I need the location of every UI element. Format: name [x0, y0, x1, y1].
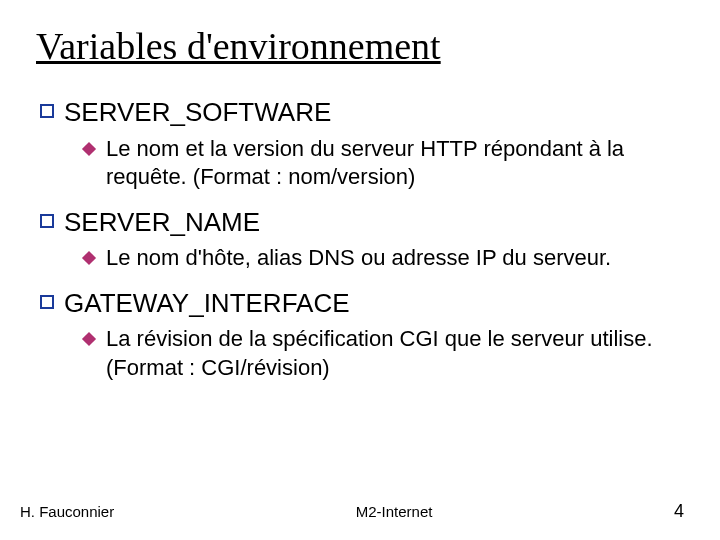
footer-course: M2-Internet	[356, 503, 433, 520]
list-item: Le nom et la version du serveur HTTP rép…	[84, 135, 684, 192]
list-item: SERVER_SOFTWARE	[40, 96, 684, 129]
env-var-name: SERVER_NAME	[64, 206, 260, 239]
square-bullet-icon	[40, 104, 54, 118]
list-item: GATEWAY_INTERFACE	[40, 287, 684, 320]
slide-title: Variables d'environnement	[36, 24, 684, 68]
square-bullet-icon	[40, 295, 54, 309]
diamond-bullet-icon	[82, 251, 96, 265]
footer-page-number: 4	[674, 501, 684, 522]
list-item: La révision de la spécification CGI que …	[84, 325, 684, 382]
square-bullet-icon	[40, 214, 54, 228]
env-var-description: La révision de la spécification CGI que …	[106, 325, 666, 382]
env-var-name: SERVER_SOFTWARE	[64, 96, 331, 129]
footer-author: H. Fauconnier	[20, 503, 114, 520]
list-item: SERVER_NAME	[40, 206, 684, 239]
env-var-name: GATEWAY_INTERFACE	[64, 287, 350, 320]
diamond-bullet-icon	[82, 141, 96, 155]
env-var-description: Le nom d'hôte, alias DNS ou adresse IP d…	[106, 244, 611, 273]
diamond-bullet-icon	[82, 332, 96, 346]
list-item: Le nom d'hôte, alias DNS ou adresse IP d…	[84, 244, 684, 273]
slide-footer: H. Fauconnier M2-Internet 4	[0, 501, 720, 522]
env-var-description: Le nom et la version du serveur HTTP rép…	[106, 135, 666, 192]
